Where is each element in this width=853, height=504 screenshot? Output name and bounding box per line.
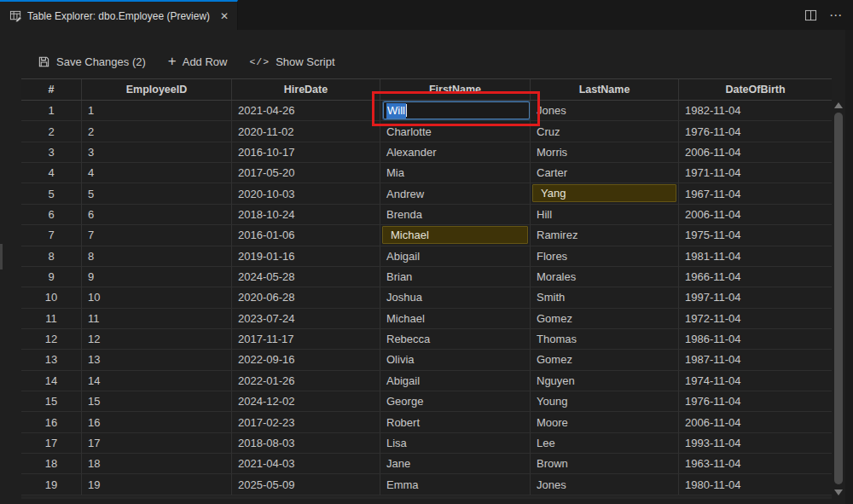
cell-last-name[interactable]: Smith [531,287,679,308]
cell-date-of-birth[interactable]: 1980-11-04 [679,474,832,495]
cell-first-name[interactable]: Charlotte [380,121,531,142]
cell-hire-date[interactable]: 2021-04-03 [232,454,380,474]
cell-last-name[interactable]: Gomez [531,309,679,329]
cell-first-name[interactable]: Brenda [380,205,531,225]
cell-first-name[interactable]: Lisa [380,433,531,454]
cell-hire-date[interactable]: 2017-02-23 [232,412,380,432]
cell-date-of-birth[interactable]: 1981-11-04 [679,246,832,267]
split-editor-icon[interactable] [804,9,817,21]
cell-date-of-birth[interactable]: 2006-11-04 [679,412,832,432]
cell-row-number[interactable]: 8 [21,246,82,267]
scroll-up-icon[interactable] [834,102,843,108]
cell-employee-id[interactable]: 14 [82,371,232,391]
cell-employee-id[interactable]: 9 [82,267,232,287]
cell-date-of-birth[interactable]: 2006-11-04 [679,142,832,163]
column-header-employeeid[interactable]: EmployeeID [82,79,232,100]
cell-first-name[interactable]: Abigail [380,371,531,391]
cell-first-name[interactable]: Will [380,101,531,121]
cell-hire-date[interactable]: 2020-10-03 [232,183,380,204]
ellipsis-icon[interactable]: ⋯ [829,9,843,21]
cell-date-of-birth[interactable]: 1987-11-04 [679,350,832,370]
cell-hire-date[interactable]: 2022-01-26 [232,371,380,391]
cell-first-name[interactable]: George [380,391,531,412]
cell-date-of-birth[interactable]: 1976-11-04 [679,121,832,142]
cell-row-number[interactable]: 14 [21,371,82,391]
cell-row-number[interactable]: 7 [21,225,82,246]
cell-first-name[interactable]: Mia [380,163,531,183]
cell-employee-id[interactable]: 18 [82,454,232,474]
cell-row-number[interactable]: 4 [21,163,82,183]
cell-employee-id[interactable]: 11 [82,309,232,329]
cell-first-name[interactable]: Robert [380,412,531,432]
cell-date-of-birth[interactable]: 2006-11-04 [679,205,832,225]
cell-hire-date[interactable]: 2017-11-17 [232,329,380,350]
cell-last-name[interactable]: Carter [531,163,679,183]
cell-last-name[interactable]: Flores [531,246,679,267]
cell-first-name[interactable]: Michael [380,225,531,246]
column-header-num[interactable]: # [21,79,82,100]
cell-row-number[interactable]: 6 [21,205,82,225]
show-script-button[interactable]: </> Show Script [249,55,334,68]
cell-date-of-birth[interactable]: 1997-11-04 [679,287,832,308]
cell-first-name[interactable]: Joshua [380,287,531,308]
cell-row-number[interactable]: 19 [21,474,82,495]
cell-hire-date[interactable]: 2016-01-06 [232,225,380,246]
cell-first-name[interactable]: Andrew [380,183,531,204]
cell-date-of-birth[interactable]: 1972-11-04 [679,309,832,329]
scroll-down-icon[interactable] [834,490,843,495]
cell-first-name[interactable]: Alexander [380,142,531,163]
close-icon[interactable]: ✕ [220,11,229,21]
cell-row-number[interactable]: 18 [21,454,82,474]
cell-hire-date[interactable]: 2025-05-09 [232,474,380,495]
cell-hire-date[interactable]: 2024-12-02 [232,391,380,412]
cell-last-name[interactable]: Ramirez [531,225,679,246]
column-header-hiredate[interactable]: HireDate [232,79,380,100]
cell-last-name[interactable]: Gomez [531,350,679,370]
cell-row-number[interactable]: 11 [21,309,82,329]
cell-last-name[interactable]: Lee [531,433,679,454]
cell-hire-date[interactable]: 2020-11-02 [232,121,380,142]
cell-date-of-birth[interactable]: 1974-11-04 [679,371,832,391]
cell-row-number[interactable]: 17 [21,433,82,454]
add-row-button[interactable]: + Add Row [168,55,228,68]
cell-first-name[interactable]: Abigail [380,246,531,267]
cell-last-name[interactable]: Jones [531,101,679,121]
cell-employee-id[interactable]: 7 [82,225,232,246]
cell-employee-id[interactable]: 5 [82,183,232,204]
cell-last-name[interactable]: Moore [531,412,679,432]
cell-last-name[interactable]: Thomas [531,329,679,350]
cell-date-of-birth[interactable]: 1982-11-04 [679,101,832,121]
cell-row-number[interactable]: 12 [21,329,82,350]
cell-hire-date[interactable]: 2022-09-16 [232,350,380,370]
cell-last-name[interactable]: Morris [531,142,679,163]
horizontal-scrollbar-track[interactable] [21,496,832,499]
cell-last-name[interactable]: Brown [531,454,679,474]
cell-first-name[interactable]: Jane [380,454,531,474]
cell-row-number[interactable]: 9 [21,267,82,287]
save-changes-button[interactable]: Save Changes (2) [38,55,146,68]
cell-first-name[interactable]: Rebecca [380,329,531,350]
cell-date-of-birth[interactable]: 1966-11-04 [679,267,832,287]
cell-row-number[interactable]: 5 [21,183,82,204]
cell-employee-id[interactable]: 17 [82,433,232,454]
cell-date-of-birth[interactable]: 1971-11-04 [679,163,832,183]
cell-date-of-birth[interactable]: 1963-11-04 [679,454,832,474]
cell-hire-date[interactable]: 2023-07-24 [232,309,380,329]
cell-employee-id[interactable]: 8 [82,246,232,267]
column-header-firstname[interactable]: FirstName [380,79,531,100]
cell-employee-id[interactable]: 1 [82,101,232,121]
tab-table-explorer[interactable]: Table Explorer: dbo.Employee (Preview) ✕ [0,0,238,30]
cell-hire-date[interactable]: 2017-05-20 [232,163,380,183]
cell-hire-date[interactable]: 2016-10-17 [232,142,380,163]
cell-last-name[interactable]: Young [531,391,679,412]
cell-first-name[interactable]: Emma [380,474,531,495]
cell-row-number[interactable]: 13 [21,350,82,370]
cell-row-number[interactable]: 10 [21,287,82,308]
cell-date-of-birth[interactable]: 1975-11-04 [679,225,832,246]
cell-first-name[interactable]: Michael [380,309,531,329]
cell-hire-date[interactable]: 2018-10-24 [232,205,380,225]
cell-row-number[interactable]: 1 [21,101,82,121]
cell-employee-id[interactable]: 2 [82,121,232,142]
vertical-scrollbar[interactable] [832,101,845,497]
cell-employee-id[interactable]: 6 [82,205,232,225]
